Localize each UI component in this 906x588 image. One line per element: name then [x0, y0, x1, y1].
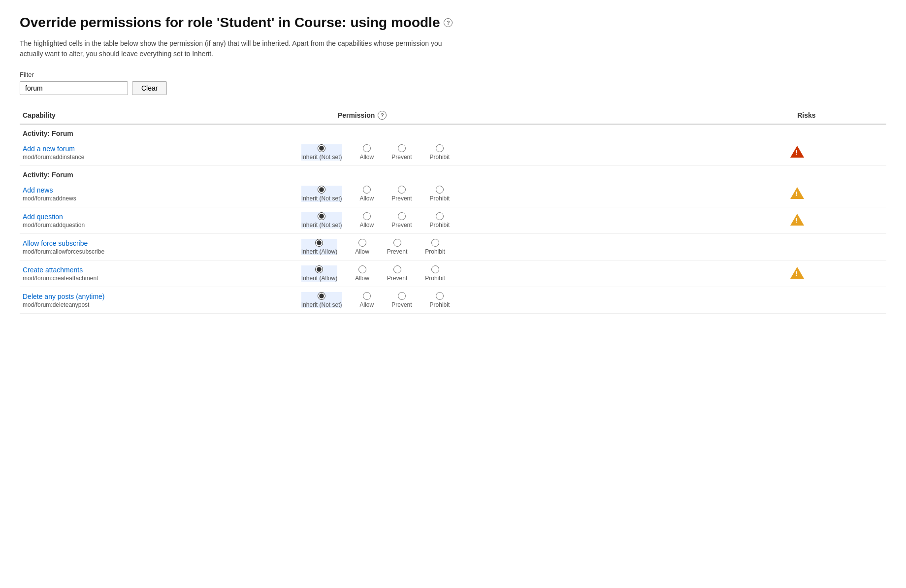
- radio-inherit-3[interactable]: [318, 212, 325, 220]
- radio-item-allow-3: Allow: [360, 212, 374, 229]
- page-title: Override permissions for role 'Student' …: [20, 15, 886, 31]
- capability-link[interactable]: Create attachments: [23, 266, 83, 274]
- radio-label-allow-3: Allow: [360, 222, 374, 229]
- radio-label-inherit-6: Inherit (Not set): [301, 301, 342, 308]
- radio-label-allow-5: Allow: [355, 275, 369, 282]
- radio-allow-3[interactable]: [363, 212, 371, 220]
- radio-item-inherit-2: Inherit (Not set): [301, 186, 342, 202]
- capability-cell: Allow force subscribe mod/forum:allowfor…: [20, 234, 298, 261]
- radio-prevent-3[interactable]: [398, 212, 406, 220]
- radio-label-prevent-3: Prevent: [391, 222, 412, 229]
- capability-row-row-addquestion: Add question mod/forum:addquestion Inher…: [20, 207, 886, 234]
- filter-input[interactable]: [20, 81, 128, 95]
- radio-label-allow-4: Allow: [355, 248, 369, 255]
- radio-label-allow-2: Allow: [360, 195, 374, 202]
- radio-item-allow-6: Allow: [360, 292, 374, 308]
- radio-item-prohibit-5: Prohibit: [425, 265, 445, 282]
- capability-code: mod/forum:addinstance: [23, 154, 295, 161]
- risk-cell: [787, 287, 886, 314]
- risk-cell: [787, 234, 886, 261]
- radio-label-inherit-4: Inherit (Allow): [301, 248, 337, 255]
- risk-cell: [787, 139, 886, 166]
- radio-inherit-2[interactable]: [318, 186, 325, 194]
- risk-icon-red[interactable]: [790, 146, 804, 158]
- risk-icon-orange[interactable]: [790, 187, 804, 199]
- capability-code: mod/forum:addquestion: [23, 222, 295, 229]
- radio-item-prevent-3: Prevent: [391, 212, 412, 229]
- capability-cell: Add a new forum mod/forum:addinstance: [20, 139, 298, 166]
- radio-allow-1[interactable]: [363, 144, 371, 152]
- radio-item-allow-4: Allow: [355, 239, 369, 255]
- radio-prevent-5[interactable]: [393, 265, 401, 273]
- radio-prohibit-1[interactable]: [436, 144, 444, 152]
- risk-cell: [787, 207, 886, 234]
- radio-prohibit-2[interactable]: [436, 186, 444, 194]
- risk-icon-orange[interactable]: [790, 214, 804, 226]
- capability-link[interactable]: Allow force subscribe: [23, 239, 88, 247]
- capability-code: mod/forum:allowforcesubscribe: [23, 248, 295, 255]
- permission-help-icon[interactable]: ?: [378, 111, 387, 120]
- clear-button[interactable]: Clear: [132, 81, 167, 95]
- radio-prevent-4[interactable]: [393, 239, 401, 247]
- radio-prevent-2[interactable]: [398, 186, 406, 194]
- radio-label-prohibit-1: Prohibit: [430, 154, 450, 161]
- radio-inherit-6[interactable]: [318, 292, 325, 300]
- radio-item-prohibit-2: Prohibit: [430, 186, 450, 202]
- radio-prevent-6[interactable]: [398, 292, 406, 300]
- permissions-table: Capability Permission ? Risks Activity: …: [20, 107, 886, 314]
- th-capability: Capability: [20, 107, 298, 124]
- radio-label-prohibit-4: Prohibit: [425, 248, 445, 255]
- capability-row-row-addnews: Add news mod/forum:addnews Inherit (Not …: [20, 181, 886, 207]
- capability-code: mod/forum:addnews: [23, 195, 295, 202]
- radio-label-allow-1: Allow: [360, 154, 374, 161]
- radio-item-inherit-4: Inherit (Allow): [301, 239, 337, 255]
- radio-item-prevent-5: Prevent: [387, 265, 407, 282]
- radio-label-inherit-2: Inherit (Not set): [301, 195, 342, 202]
- radio-inherit-5[interactable]: [315, 265, 323, 273]
- radio-label-inherit-1: Inherit (Not set): [301, 154, 342, 161]
- radio-label-prohibit-2: Prohibit: [430, 195, 450, 202]
- capability-link[interactable]: Add a new forum: [23, 145, 75, 153]
- capability-cell: Delete any posts (anytime) mod/forum:del…: [20, 287, 298, 314]
- radio-label-inherit-5: Inherit (Allow): [301, 275, 337, 282]
- radio-item-prohibit-4: Prohibit: [425, 239, 445, 255]
- capability-row-row-addinstance: Add a new forum mod/forum:addinstance In…: [20, 139, 886, 166]
- radio-prohibit-3[interactable]: [436, 212, 444, 220]
- filter-label: Filter: [20, 71, 886, 78]
- radio-prohibit-5[interactable]: [431, 265, 439, 273]
- title-help-icon[interactable]: ?: [444, 18, 453, 27]
- radio-allow-6[interactable]: [363, 292, 371, 300]
- radio-inherit-4[interactable]: [315, 239, 323, 247]
- section-label: Activity: Forum: [20, 124, 886, 139]
- radio-allow-2[interactable]: [363, 186, 371, 194]
- radio-inherit-1[interactable]: [318, 144, 325, 152]
- capability-link[interactable]: Add news: [23, 186, 53, 194]
- radio-item-inherit-1: Inherit (Not set): [301, 144, 342, 161]
- radio-prohibit-4[interactable]: [431, 239, 439, 247]
- permission-cell: Inherit (Not set)AllowPreventProhibit: [298, 139, 787, 166]
- risk-icon-orange[interactable]: [790, 267, 804, 279]
- section-header-1: Activity: Forum: [20, 166, 886, 181]
- radio-item-prohibit-6: Prohibit: [430, 292, 450, 308]
- capability-code: mod/forum:createattachment: [23, 275, 295, 282]
- radio-label-prohibit-6: Prohibit: [430, 301, 450, 308]
- radio-allow-4[interactable]: [358, 239, 366, 247]
- permission-cell: Inherit (Allow)AllowPreventProhibit: [298, 261, 787, 287]
- risk-cell: [787, 261, 886, 287]
- radio-label-allow-6: Allow: [360, 301, 374, 308]
- capability-link[interactable]: Add question: [23, 213, 63, 221]
- capability-row-row-createattachment: Create attachments mod/forum:createattac…: [20, 261, 886, 287]
- radio-prevent-1[interactable]: [398, 144, 406, 152]
- permission-cell: Inherit (Not set)AllowPreventProhibit: [298, 207, 787, 234]
- radio-item-prevent-4: Prevent: [387, 239, 407, 255]
- radio-item-inherit-6: Inherit (Not set): [301, 292, 342, 308]
- capability-link[interactable]: Delete any posts (anytime): [23, 293, 105, 300]
- th-risks: Risks: [787, 107, 886, 124]
- radio-prohibit-6[interactable]: [436, 292, 444, 300]
- capability-cell: Add question mod/forum:addquestion: [20, 207, 298, 234]
- radio-label-prevent-5: Prevent: [387, 275, 407, 282]
- radio-label-prevent-6: Prevent: [391, 301, 412, 308]
- filter-section: Filter Clear: [20, 71, 886, 95]
- radio-allow-5[interactable]: [358, 265, 366, 273]
- radio-item-inherit-5: Inherit (Allow): [301, 265, 337, 282]
